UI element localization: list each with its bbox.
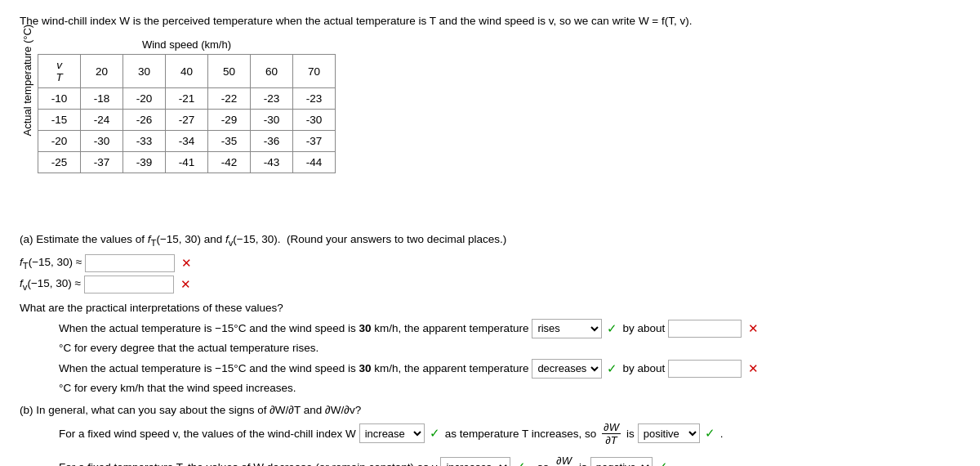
- table-row-T: -10: [38, 88, 81, 110]
- actual-temp-label-wrapper: Actual temperature (°C): [20, 38, 34, 218]
- practical-row1-xmark: ✕: [748, 321, 759, 336]
- practical-row1-select[interactable]: rises decreases: [532, 319, 602, 338]
- practical-row-1: When the actual temperature is −15°C and…: [59, 319, 960, 354]
- table-cell: -18: [81, 88, 123, 110]
- fT-input[interactable]: [85, 254, 175, 272]
- table-header-20: 20: [81, 55, 123, 88]
- table-cell: -44: [293, 152, 336, 173]
- practical-row1-by: by about: [622, 322, 665, 334]
- table-cell: -39: [123, 152, 166, 173]
- table-row: -15-24-26-27-29-30-30: [38, 110, 336, 131]
- table-cell: -30: [293, 110, 336, 131]
- table-header-40: 40: [166, 55, 208, 88]
- fv-row: fv(−15, 30) ≈ ✕: [20, 276, 960, 293]
- part-b-row2-check: ✓: [515, 459, 526, 466]
- table-header-70: 70: [293, 55, 336, 88]
- table-cell: -43: [251, 152, 293, 173]
- estimate-section: (a) Estimate the values of fT(−15, 30) a…: [20, 233, 960, 293]
- table-cell: -27: [166, 110, 208, 131]
- table-section: Actual temperature (°C) Wind speed (km/h…: [20, 38, 960, 218]
- table-header-30: 30: [123, 55, 166, 88]
- table-cell: -24: [81, 110, 123, 131]
- practical-row2-pre: When the actual temperature is −15°C and…: [59, 362, 528, 374]
- fT-row: fT(−15, 30) ≈ ✕: [20, 254, 960, 272]
- part-b-row2: For a fixed temperature T, the values of…: [59, 455, 960, 466]
- practical-section: What are the practical interpretations o…: [20, 302, 960, 394]
- table-cell: -37: [293, 131, 336, 152]
- table-header-50: 50: [208, 55, 251, 88]
- part-b-section: (b) In general, what can you say about t…: [20, 404, 960, 466]
- table-cell: -20: [123, 88, 166, 110]
- table-row-T: -25: [38, 152, 81, 173]
- table-header-60: 60: [251, 55, 293, 88]
- part-b-label: (b) In general, what can you say about t…: [20, 404, 960, 416]
- part-b-row1-sign-check: ✓: [705, 426, 715, 441]
- part-b-row1-is: is: [626, 428, 635, 440]
- wind-chill-table: vT 20 30 40 50 60 70 -10-18-20-21-22-23-…: [38, 54, 336, 173]
- practical-row1-check: ✓: [607, 321, 617, 336]
- part-b-row2-sign-select[interactable]: positive negative: [590, 457, 653, 466]
- part-b-row1-mid: as temperature T increases, so: [445, 428, 597, 440]
- table-row: -10-18-20-21-22-23-23: [38, 88, 336, 110]
- practical-row1-input[interactable]: [668, 320, 742, 338]
- part-b-row1-select[interactable]: increase decrease: [359, 423, 425, 443]
- table-cell: -30: [251, 110, 293, 131]
- table-cell: -21: [166, 88, 208, 110]
- part-b-row1-fraction: ∂W ∂T: [602, 421, 621, 446]
- actual-temp-label: Actual temperature (°C): [21, 121, 33, 136]
- fv-label: fv(−15, 30) ≈: [20, 277, 81, 292]
- practical-row2-select[interactable]: rises decreases: [532, 359, 602, 379]
- table-cell: -42: [208, 152, 251, 173]
- part-b-row1-frac-num: ∂W: [602, 421, 621, 434]
- fT-label: fT(−15, 30) ≈: [20, 256, 82, 271]
- practical-row2-by: by about: [622, 362, 665, 374]
- part-b-row2-comma: , so: [531, 461, 549, 466]
- table-row: -25-37-39-41-42-43-44: [38, 152, 336, 173]
- practical-row1-post: °C for every degree that the actual temp…: [59, 342, 318, 354]
- fT-xmark: ✕: [181, 256, 192, 271]
- table-container: Wind speed (km/h) vT 20 30 40 50 60 70 -…: [38, 38, 336, 173]
- practical-row-2: When the actual temperature is −15°C and…: [59, 359, 960, 394]
- table-cell: -34: [166, 131, 208, 152]
- part-b-row1-check: ✓: [430, 426, 440, 441]
- table-row-T: -15: [38, 110, 81, 131]
- part-b-row2-dot: .: [673, 461, 676, 466]
- wind-speed-label: Wind speed (km/h): [142, 38, 231, 51]
- table-cell: -29: [208, 110, 251, 131]
- part-b-row2-fraction: ∂W ∂v: [555, 455, 573, 466]
- fv-input[interactable]: [84, 276, 174, 293]
- table-cell: -33: [123, 131, 166, 152]
- part-b-row2-sign-check: ✓: [657, 459, 668, 466]
- part-b-row2-is: is: [579, 461, 587, 466]
- part-b-row2-select[interactable]: increases decreases: [440, 457, 510, 466]
- part-b-row1-dot: .: [720, 428, 724, 440]
- part-b-row1: For a fixed wind speed v, the values of …: [59, 421, 960, 446]
- practical-row1-pre: When the actual temperature is −15°C and…: [59, 322, 528, 334]
- table-row: -20-30-33-34-35-36-37: [38, 131, 336, 152]
- table-cell: -23: [293, 88, 336, 110]
- table-cell: -36: [251, 131, 293, 152]
- table-cell: -41: [166, 152, 208, 173]
- part-b-row1-sign-select[interactable]: positive negative: [638, 423, 700, 443]
- table-header-v: vT: [38, 55, 81, 88]
- table-cell: -35: [208, 131, 251, 152]
- intro-text: The wind-chill index W is the perceived …: [20, 15, 960, 27]
- part-b-row2-pre: For a fixed temperature T, the values of…: [59, 461, 437, 466]
- table-cell: -22: [208, 88, 251, 110]
- table-row-T: -20: [38, 131, 81, 152]
- table-cell: -26: [123, 110, 166, 131]
- practical-row2-check: ✓: [607, 361, 617, 376]
- practical-row2-input[interactable]: [668, 360, 742, 378]
- practical-question: What are the practical interpretations o…: [20, 302, 960, 314]
- practical-row2-xmark: ✕: [748, 361, 759, 376]
- part-b-row1-pre: For a fixed wind speed v, the values of …: [59, 428, 356, 440]
- fv-xmark: ✕: [180, 277, 191, 292]
- table-cell: -37: [81, 152, 123, 173]
- part-a-label: (a) Estimate the values of fT(−15, 30) a…: [20, 233, 960, 248]
- part-b-row1-frac-den: ∂T: [604, 434, 618, 446]
- table-cell: -30: [81, 131, 123, 152]
- practical-row2-post: °C for every km/h that the wind speed in…: [59, 382, 296, 394]
- table-cell: -23: [251, 88, 293, 110]
- part-b-row2-frac-num: ∂W: [555, 455, 573, 466]
